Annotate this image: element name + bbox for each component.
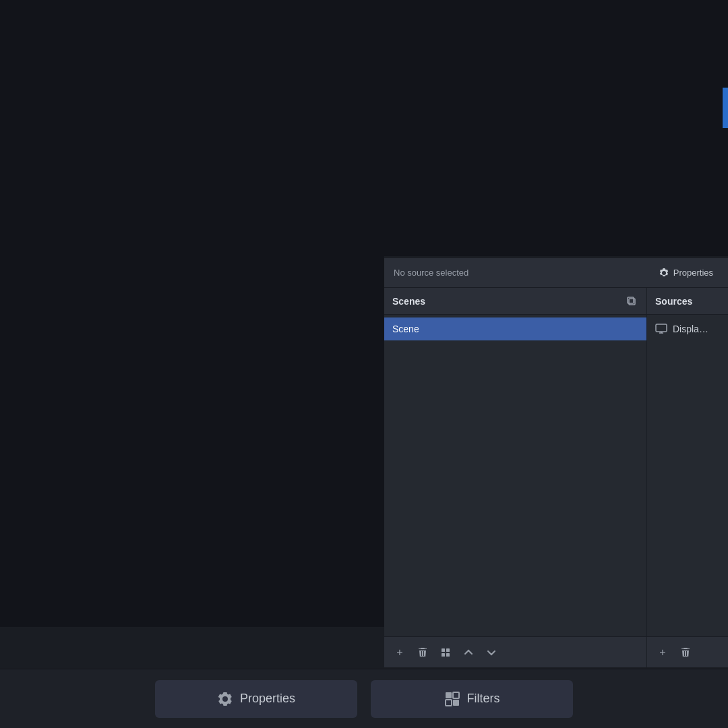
svg-rect-5 (446, 653, 450, 657)
filters-bottom-label: Filters (467, 692, 500, 706)
scenes-header: Scenes (384, 288, 646, 315)
scenes-remove-button[interactable] (413, 642, 433, 663)
scene-item-label: Scene (392, 324, 419, 334)
svg-rect-2 (442, 648, 445, 652)
sources-toolbar: + (647, 636, 728, 667)
properties-bottom-button[interactable]: Properties (155, 680, 357, 718)
add-icon: + (396, 646, 402, 659)
source-item[interactable]: Displa… (647, 317, 728, 340)
preview-right-bg (384, 0, 728, 256)
svg-rect-6 (656, 324, 667, 332)
layers-icon (440, 647, 451, 658)
scenes-panel: Scenes Scene + (384, 288, 647, 667)
properties-header-label: Properties (673, 268, 713, 278)
scene-item[interactable]: Scene (384, 317, 646, 340)
trash-icon (417, 647, 428, 658)
scenes-copy-button[interactable] (625, 295, 638, 308)
sources-list: Displa… (647, 315, 728, 636)
trash-source-icon (680, 647, 691, 658)
preview-area (0, 0, 384, 627)
properties-bottom-label: Properties (240, 692, 295, 706)
chevron-down-icon (486, 647, 497, 658)
sources-remove-button[interactable] (675, 642, 696, 663)
scenes-add-button[interactable]: + (390, 642, 410, 663)
filters-bottom-button[interactable]: Filters (371, 680, 573, 718)
svg-rect-9 (446, 700, 452, 706)
gear-icon (659, 268, 669, 278)
sources-title: Sources (655, 296, 692, 307)
chevron-up-icon (463, 647, 474, 658)
scenes-up-button[interactable] (458, 642, 479, 663)
sources-panel: Sources Displa… + (647, 288, 728, 667)
monitor-icon (655, 323, 667, 335)
panel-container: No source selected Properties Scenes (384, 258, 728, 667)
svg-rect-7 (446, 692, 452, 698)
status-bar: No source selected Properties (384, 258, 728, 288)
add-source-icon: + (659, 646, 665, 659)
svg-rect-3 (446, 648, 450, 652)
scenes-toolbar: + (384, 636, 646, 667)
properties-gear-icon (217, 691, 233, 707)
copy-icon (626, 296, 637, 307)
no-source-text: No source selected (394, 268, 468, 278)
filters-icon (444, 691, 460, 707)
properties-header-button[interactable]: Properties (653, 265, 719, 281)
svg-rect-8 (453, 692, 459, 698)
blue-accent (723, 88, 728, 128)
scenes-filter-button[interactable] (435, 642, 456, 663)
bottom-bar: Properties Filters (0, 669, 728, 728)
svg-rect-10 (453, 700, 459, 706)
svg-rect-4 (442, 653, 445, 657)
scenes-title: Scenes (392, 296, 425, 307)
sources-add-button[interactable]: + (653, 642, 673, 663)
sources-header: Sources (647, 288, 728, 315)
source-item-label: Displa… (673, 324, 708, 334)
scenes-down-button[interactable] (481, 642, 502, 663)
scenes-list: Scene (384, 315, 646, 636)
panels-row: Scenes Scene + (384, 288, 728, 667)
